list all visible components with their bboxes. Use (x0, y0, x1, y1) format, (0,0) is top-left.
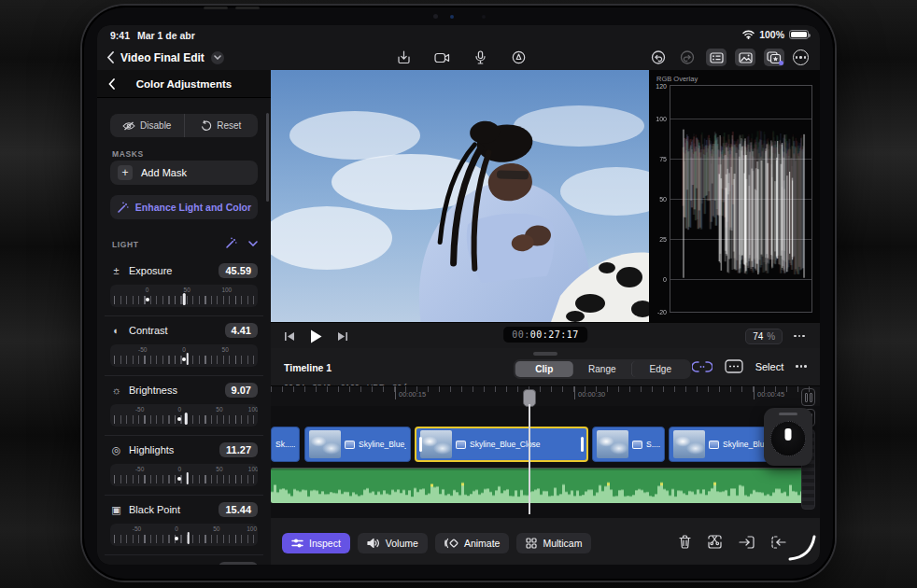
slider-name: Shadows (129, 564, 212, 565)
timeline-clip[interactable]: Sk...... (271, 427, 300, 462)
slider-name: Black Point (129, 504, 212, 515)
trim-handle-left[interactable] (419, 437, 422, 452)
brightness-icon: ☼ (110, 385, 122, 396)
slider-track[interactable]: -50050 (110, 344, 258, 367)
pencil-tools-icon[interactable] (509, 49, 529, 66)
redo-icon[interactable] (677, 49, 698, 66)
jog-wheel-panel[interactable] (764, 408, 812, 466)
slider-value[interactable]: 11.27 (219, 442, 258, 457)
masks-section-label: MASKS (112, 149, 144, 159)
exposure-icon: ± (110, 265, 122, 276)
front-camera-lens (450, 15, 454, 19)
next-frame-button[interactable] (337, 331, 348, 342)
split-clip-icon[interactable] (707, 535, 723, 549)
magic-wand-icon (117, 202, 129, 214)
slider-contrast: ◐ Contrast 4.41 -50050 (105, 315, 263, 375)
collapse-chevron-icon[interactable] (248, 241, 258, 246)
corner-gesture-indicator[interactable] (788, 533, 816, 561)
auto-enhance-icon[interactable] (225, 237, 237, 249)
clip-label: Skyline_Blue_Wide (359, 440, 406, 449)
slider-name: Exposure (129, 265, 212, 276)
media-library-icon[interactable] (735, 49, 755, 66)
slider-track[interactable]: -50050100 (110, 404, 258, 427)
previous-frame-button[interactable] (284, 331, 295, 342)
scope-y-tick: 0 (663, 276, 667, 283)
viewer-more-icon[interactable] (794, 335, 805, 338)
undo-icon[interactable] (648, 49, 669, 66)
clip-thumbnail (597, 430, 628, 458)
timeline-clip[interactable]: Skyline_Blue_Close (415, 427, 588, 462)
clip-overview-icon[interactable] (725, 359, 743, 373)
timeline-toolbar: Inspect Volume Animate Multicam (271, 533, 820, 555)
disable-button[interactable]: Disable (110, 114, 184, 137)
timeline-ruler[interactable]: 00:00:1500:00:3000:00:45 (271, 385, 820, 406)
wifi-icon (742, 30, 755, 39)
add-mask-button[interactable]: + Add Mask (110, 161, 258, 185)
clip-connect-icon[interactable] (692, 360, 712, 373)
project-menu-chevron-icon[interactable] (211, 51, 224, 64)
trim-handle-right[interactable] (581, 437, 584, 452)
overwrite-icon[interactable] (770, 536, 786, 549)
light-section-label: LIGHT (112, 240, 139, 249)
panel-title: Color Adjustments (97, 78, 271, 90)
more-icon[interactable] (793, 49, 809, 65)
slider-value[interactable]: 4.41 (225, 323, 258, 338)
timeline-clip[interactable]: S...... (592, 427, 665, 462)
slider-track[interactable]: -50050100 (110, 524, 258, 546)
back-chevron-icon[interactable] (106, 51, 114, 63)
timecode-display[interactable]: 00:00:27:17 (503, 327, 587, 343)
slider-brightness: ☼ Brightness 9.07 -50050100 (105, 375, 263, 435)
enhance-light-color-button[interactable]: Enhance Light and Color (110, 195, 258, 219)
slider-value[interactable]: 9.07 (225, 383, 258, 398)
import-media-icon[interactable] (394, 49, 415, 66)
clock: 9:41 (110, 30, 130, 41)
jog-drag-handle[interactable] (779, 413, 797, 415)
voiceover-mic-icon[interactable] (471, 49, 491, 66)
slider-track[interactable]: -50050100 (110, 464, 258, 486)
insert-icon[interactable] (739, 536, 755, 549)
clip-appearance-button[interactable] (801, 388, 815, 406)
light-section-header[interactable]: LIGHT (97, 237, 271, 252)
timeline-mode-clip[interactable]: Clip (515, 361, 573, 377)
browser-panel-icon[interactable] (706, 49, 727, 66)
slider-name: Contrast (129, 325, 219, 336)
scope-waveform (670, 86, 811, 312)
record-video-icon[interactable] (432, 49, 453, 66)
timeline-drag-handle[interactable] (533, 352, 557, 356)
viewer-zoom-button[interactable]: 74% (745, 329, 783, 344)
select-button[interactable]: Select (755, 361, 784, 372)
panel-back-chevron-icon[interactable] (108, 78, 115, 90)
volume-button-tool[interactable]: Volume (358, 533, 428, 553)
audio-track-clip[interactable] (271, 468, 811, 503)
animate-button[interactable]: Animate (435, 533, 510, 553)
timeline-mode-edge[interactable]: Edge (631, 361, 689, 377)
reset-button[interactable]: Reset (184, 114, 259, 137)
timeline-more-icon[interactable] (796, 365, 807, 368)
date: Mar 1 de abr (137, 30, 195, 41)
play-button[interactable] (310, 329, 322, 343)
timeline-mode-range[interactable]: Range (573, 361, 631, 377)
slider-value[interactable]: 15.44 (219, 502, 258, 517)
light-sliders-list: ± Exposure 45.59 050100 ◐ Contrast 4.41 … (105, 257, 263, 565)
project-title[interactable]: Video Final Edit (120, 51, 205, 64)
timeline-clip[interactable]: Skyline_Blue_Wide (304, 427, 411, 462)
plus-icon: + (118, 165, 133, 180)
image-icon (709, 441, 719, 449)
scope-plot: 1201007550250-20 (670, 85, 812, 313)
slider-value[interactable]: 15.31 (219, 562, 258, 565)
jog-wheel[interactable] (770, 421, 806, 456)
ipad-device-frame: 9:41 Mar 1 de abr 100% Video Final Edit (82, 6, 835, 581)
panel-scrollbar[interactable] (266, 113, 269, 202)
clip-thumbnail (420, 430, 452, 458)
multicam-button[interactable]: Multicam (516, 533, 591, 553)
trash-icon[interactable] (679, 535, 691, 549)
effects-icon[interactable] (764, 49, 784, 66)
battery-percent: 100% (759, 29, 784, 40)
front-camera (433, 14, 438, 19)
inspect-button[interactable]: Inspect (282, 533, 350, 553)
slider-track[interactable]: 050100 (110, 285, 258, 307)
slider-value[interactable]: 45.59 (219, 263, 258, 278)
clip-label: S...... (646, 440, 660, 449)
preview-video-frame[interactable] (271, 70, 649, 322)
image-icon (456, 441, 466, 449)
